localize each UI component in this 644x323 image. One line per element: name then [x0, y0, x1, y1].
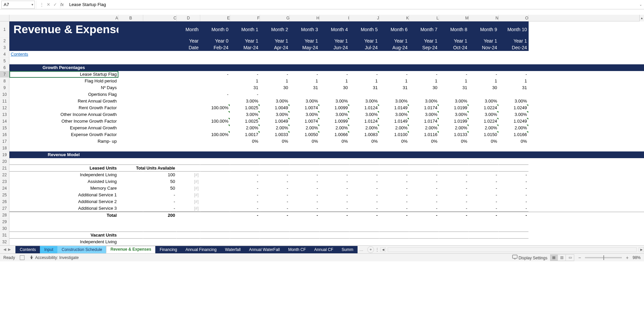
cell-E5[interactable] [200, 58, 230, 64]
display-settings[interactable]: Display Settings [512, 255, 547, 260]
cell-D32[interactable] [177, 239, 200, 245]
hscroll-left-icon[interactable]: ◀ [380, 247, 386, 252]
date-6[interactable]: Aug-24 [379, 44, 409, 51]
cell-M20[interactable] [439, 158, 469, 165]
cell-C22[interactable]: 100 [143, 172, 177, 178]
row-header-22[interactable]: 22 [0, 172, 9, 178]
cell-J8[interactable]: 1 [350, 78, 379, 84]
cell-N13[interactable]: 3.00% [469, 111, 499, 118]
row-header-7[interactable]: 7 [0, 71, 9, 78]
cell-F18[interactable] [230, 145, 260, 151]
cell-L10[interactable] [409, 91, 439, 98]
tab-input[interactable]: Input [40, 246, 58, 253]
cell-H6[interactable] [290, 64, 320, 71]
cell-C32[interactable] [143, 239, 177, 245]
cell-B32[interactable] [118, 239, 143, 245]
cell-E19[interactable] [200, 151, 230, 158]
cell-F4[interactable] [230, 51, 260, 58]
date-3[interactable]: May-24 [290, 44, 320, 51]
cell-E9[interactable] [200, 84, 230, 91]
cell-C13[interactable] [143, 111, 177, 118]
cell-F19[interactable] [230, 151, 260, 158]
cell-O30[interactable] [499, 225, 529, 232]
cell-G28[interactable]: - [260, 212, 290, 218]
tab-annual-waterfall[interactable]: Annual WaterFall [245, 246, 284, 253]
cell-I11[interactable]: 3.00% [320, 98, 350, 105]
cell-J15[interactable]: 2.00% [350, 125, 379, 131]
cell-G10[interactable] [260, 91, 290, 98]
cell-D30[interactable] [177, 225, 200, 232]
cell-G29[interactable] [260, 218, 290, 225]
cell-F15[interactable]: 2.00% [230, 125, 260, 131]
cell-J9[interactable]: 31 [350, 84, 379, 91]
cell-D4[interactable] [177, 51, 200, 58]
cell-A7[interactable]: Lease Startup Flag [9, 71, 118, 78]
cell-K18[interactable] [379, 145, 409, 151]
cell-J21[interactable] [350, 165, 379, 172]
cell-E29[interactable] [200, 218, 230, 225]
revenue-header[interactable]: Revenue Model [9, 151, 118, 158]
cell-H9[interactable]: 31 [290, 84, 320, 91]
cell-H15[interactable]: 2.00% [290, 125, 320, 131]
cell-B27[interactable] [118, 205, 143, 212]
cell-H25[interactable]: - [290, 192, 320, 198]
zoom-in-button[interactable]: + [625, 255, 630, 260]
cell-J7[interactable]: - [350, 71, 379, 78]
row-header-27[interactable]: 27 [0, 205, 9, 212]
cell-N29[interactable] [469, 218, 499, 225]
cell-O23[interactable]: - [499, 178, 529, 185]
cell-I28[interactable]: - [320, 212, 350, 218]
cell-O15[interactable]: 2.00% [499, 125, 529, 131]
cell-I13[interactable]: 3.00% [320, 111, 350, 118]
cell-E12[interactable]: 100.00% [200, 105, 230, 111]
cell-F12[interactable]: 1.0025 [230, 105, 260, 111]
cell-N30[interactable] [469, 225, 499, 232]
cell-D14[interactable] [177, 118, 200, 125]
cell-O26[interactable]: - [499, 198, 529, 205]
cell-D15[interactable] [177, 125, 200, 131]
cell-N10[interactable] [469, 91, 499, 98]
cell-G12[interactable]: 1.0049 [260, 105, 290, 111]
row-header-30[interactable]: 30 [0, 225, 9, 232]
tab-month-cf[interactable]: Month CF [284, 246, 310, 253]
cell-G17[interactable]: 0% [260, 138, 290, 145]
cell-D31[interactable] [177, 232, 200, 239]
cell-B30[interactable] [118, 225, 143, 232]
row-header-14[interactable]: 14 [0, 118, 9, 125]
date-8[interactable]: Oct-24 [439, 44, 469, 51]
cell-F14[interactable]: 1.0025 [230, 118, 260, 125]
date-10[interactable]: Dec-24 [499, 44, 529, 51]
cell-N23[interactable]: - [469, 178, 499, 185]
date-4[interactable]: Jun-24 [320, 44, 350, 51]
zoom-slider[interactable] [585, 257, 622, 258]
cell-C6[interactable] [143, 64, 177, 71]
cell-J22[interactable]: - [350, 172, 379, 178]
cell-E11[interactable] [200, 98, 230, 105]
date-0[interactable]: Feb-24 [200, 44, 230, 51]
cell-K20[interactable] [379, 158, 409, 165]
cell-C3[interactable] [143, 44, 177, 51]
cell-L5[interactable] [409, 58, 439, 64]
cell-B25[interactable] [118, 192, 143, 198]
cell-L22[interactable]: - [409, 172, 439, 178]
cell-H14[interactable]: 1.0074 [290, 118, 320, 125]
cell-M24[interactable]: - [439, 185, 469, 192]
cell-N7[interactable]: - [469, 71, 499, 78]
cell-A10[interactable]: Opertions Flag [9, 91, 118, 98]
cell-H17[interactable]: 0% [290, 138, 320, 145]
cell-H31[interactable] [290, 232, 320, 239]
row-header-32[interactable]: 32 [0, 239, 9, 245]
cell-F7[interactable]: - [230, 71, 260, 78]
cell-N4[interactable] [469, 51, 499, 58]
cell-E27[interactable] [200, 205, 230, 212]
cell-M28[interactable]: - [439, 212, 469, 218]
cell-O32[interactable] [499, 239, 529, 245]
cell-M18[interactable] [439, 145, 469, 151]
cell-G11[interactable]: 3.00% [260, 98, 290, 105]
cell-M31[interactable] [439, 232, 469, 239]
cell-A5[interactable] [9, 58, 118, 64]
cell-M29[interactable] [439, 218, 469, 225]
dropdown-icon[interactable]: ⋮ [39, 2, 45, 8]
cell-M16[interactable]: 1.0133 [439, 131, 469, 138]
cell-O24[interactable]: - [499, 185, 529, 192]
